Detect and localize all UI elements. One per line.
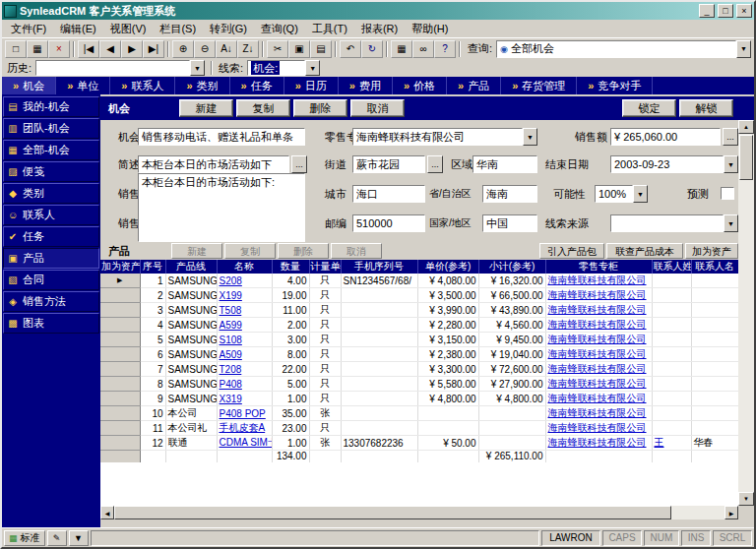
undo-button[interactable]: ↶: [340, 40, 361, 58]
menu-item-7[interactable]: 工具(T): [305, 20, 354, 38]
cell[interactable]: 海南蜂联科技有限公司: [545, 362, 652, 377]
cell[interactable]: 海南蜂联科技有限公司: [545, 333, 652, 347]
brief-input[interactable]: [138, 155, 289, 173]
link-product-cost-button[interactable]: 联查产品成本: [606, 243, 683, 259]
next-record-button[interactable]: ▶: [121, 40, 143, 58]
import-product-pack-button[interactable]: 引入产品包: [539, 243, 604, 259]
column-header-7[interactable]: 手机序列号: [341, 260, 417, 274]
maximize-button[interactable]: □: [718, 4, 733, 18]
cell[interactable]: A509: [217, 347, 272, 362]
column-header-10[interactable]: 零售专柜: [545, 260, 652, 274]
street-more-button[interactable]: ...: [427, 155, 443, 173]
column-header-1[interactable]: 加为资产: [100, 260, 140, 274]
cell[interactable]: 王: [652, 436, 691, 451]
cell[interactable]: 海南蜂联科技有限公司: [545, 421, 652, 436]
cell[interactable]: 海南蜂联科技有限公司: [545, 436, 652, 451]
menu-item-3[interactable]: 视图(V): [103, 20, 154, 38]
cell-link[interactable]: 海南蜂联科技有限公司: [548, 393, 647, 403]
column-header-6[interactable]: 计量单位: [309, 260, 341, 274]
sidebar-item-sales-methods[interactable]: ◈销售方法: [3, 291, 99, 312]
sort-descending-button[interactable]: Z↓: [237, 40, 259, 58]
table-row[interactable]: 4SAMSUNGA5992.00只¥ 2,280.00¥ 4,560.00海南蜂…: [100, 318, 738, 333]
cell[interactable]: T508: [217, 303, 272, 318]
tab-inventory[interactable]: »存货管理: [501, 77, 577, 94]
help-button[interactable]: ?: [434, 40, 456, 58]
cell-link[interactable]: CDMA SIM卡: [220, 437, 273, 448]
new-button[interactable]: □: [5, 40, 27, 58]
unlock-button[interactable]: 解锁: [679, 99, 733, 117]
cell-link[interactable]: 海南蜂联科技有限公司: [548, 274, 647, 285]
region-input[interactable]: [472, 155, 537, 173]
query-combo-field[interactable]: ◉全部机会: [496, 40, 736, 58]
edit-pencil-icon[interactable]: ✎: [47, 530, 67, 546]
cell[interactable]: 海南蜂联科技有限公司: [545, 274, 652, 288]
cell[interactable]: 手机皮套A: [217, 421, 272, 436]
column-header-11[interactable]: 联系人姓: [652, 260, 691, 274]
end-date-value[interactable]: 2003-09-23: [610, 155, 724, 173]
sidebar-item-team-opportunities[interactable]: ▥团队-机会: [3, 118, 99, 139]
cell-link[interactable]: 海南蜂联科技有限公司: [548, 289, 647, 300]
cell[interactable]: P408 POP: [217, 406, 272, 421]
scroll-left-icon[interactable]: ◀: [100, 506, 114, 519]
new-button[interactable]: 新建: [179, 99, 233, 117]
lead-source-combo[interactable]: ▼: [610, 214, 738, 232]
delete-button[interactable]: ×: [48, 40, 70, 58]
table-row[interactable]: 10本公司P408 POP35.00张海南蜂联科技有限公司: [100, 406, 738, 421]
table-row[interactable]: 9SAMSUNGX3191.00只¥ 4,800.00¥ 4,800.00海南蜂…: [100, 392, 738, 406]
cell[interactable]: A599: [217, 318, 272, 333]
cell-link[interactable]: 海南蜂联科技有限公司: [548, 422, 647, 433]
cell[interactable]: S208: [217, 274, 272, 288]
delete-button[interactable]: 删除: [293, 99, 347, 117]
table-row[interactable]: 7SAMSUNGT20822.00只¥ 3,300.00¥ 72,600.00海…: [100, 362, 738, 377]
table-row[interactable]: 2SAMSUNGX19919.00只¥ 3,500.00¥ 66,500.00海…: [100, 288, 738, 303]
history-combo-field[interactable]: [35, 60, 190, 76]
retail-counter-value[interactable]: 海南蜂联科技有限公司: [352, 128, 523, 146]
horizontal-scroll-thumb[interactable]: [114, 506, 671, 519]
tab-contacts[interactable]: »联系人: [110, 77, 175, 94]
sidebar-item-all-opportunities[interactable]: ▦全部-机会: [3, 140, 99, 160]
zip-input[interactable]: [352, 214, 425, 232]
cell[interactable]: 海南蜂联科技有限公司: [545, 303, 652, 318]
column-header-12[interactable]: 联系人名: [691, 260, 738, 274]
cell[interactable]: P408: [217, 377, 272, 392]
tab-category[interactable]: »类别: [175, 77, 229, 94]
find-button[interactable]: ∞: [412, 40, 434, 58]
column-header-2[interactable]: 序号: [140, 260, 165, 274]
cell-link[interactable]: 海南蜂联科技有限公司: [548, 304, 647, 315]
tab-opportunity[interactable]: »机会: [2, 77, 56, 94]
clue-dropdown-icon[interactable]: ▼: [305, 60, 320, 76]
history-dropdown-icon[interactable]: ▼: [190, 60, 205, 76]
table-row[interactable]: 11本公司礼手机皮套A23.00只海南蜂联科技有限公司: [100, 421, 738, 436]
cell[interactable]: 海南蜂联科技有限公司: [545, 318, 652, 333]
probability-dropdown-icon[interactable]: ▼: [633, 185, 648, 203]
cell-link[interactable]: T208: [220, 364, 242, 375]
query-combo[interactable]: ◉全部机会 ▼: [496, 40, 751, 58]
table-row[interactable]: 5SAMSUNGS1083.00只¥ 3,150.00¥ 9,450.00海南蜂…: [100, 333, 738, 347]
vertical-scrollbar[interactable]: ▲ ▼: [738, 120, 754, 506]
scroll-up-icon[interactable]: ▲: [738, 120, 754, 134]
probability-combo[interactable]: 100% ▼: [595, 185, 648, 203]
cell[interactable]: T208: [217, 362, 272, 377]
cell-link[interactable]: T508: [220, 305, 242, 316]
sidebar-item-contracts[interactable]: ▧合同: [3, 270, 99, 290]
tab-product[interactable]: »产品: [447, 77, 501, 94]
cell[interactable]: 海南蜂联科技有限公司: [545, 288, 652, 303]
column-header-4[interactable]: 名称: [217, 260, 272, 274]
cell-link[interactable]: 海南蜂联科技有限公司: [548, 363, 647, 374]
copy-button[interactable]: 复制: [236, 99, 290, 117]
brief-more-button[interactable]: ...: [291, 155, 307, 173]
close-button[interactable]: ×: [736, 4, 752, 18]
retail-counter-dropdown-icon[interactable]: ▼: [523, 128, 537, 146]
cell-link[interactable]: 海南蜂联科技有限公司: [548, 407, 647, 418]
menu-item-9[interactable]: 帮助(H): [405, 20, 455, 38]
cell-link[interactable]: P408: [220, 379, 242, 390]
tab-price[interactable]: »价格: [393, 77, 447, 94]
view-mode-panel[interactable]: ▦ 标准: [4, 530, 45, 546]
save-button[interactable]: ▦: [27, 40, 48, 58]
cell[interactable]: S108: [217, 333, 272, 347]
cell[interactable]: CDMA SIM卡: [217, 436, 272, 451]
end-date-dropdown-icon[interactable]: ▼: [724, 155, 738, 173]
sidebar-item-my-opportunities[interactable]: ▤我的-机会: [3, 96, 99, 117]
minimize-button[interactable]: _: [699, 4, 715, 18]
cell-link[interactable]: P408 POP: [220, 408, 266, 419]
